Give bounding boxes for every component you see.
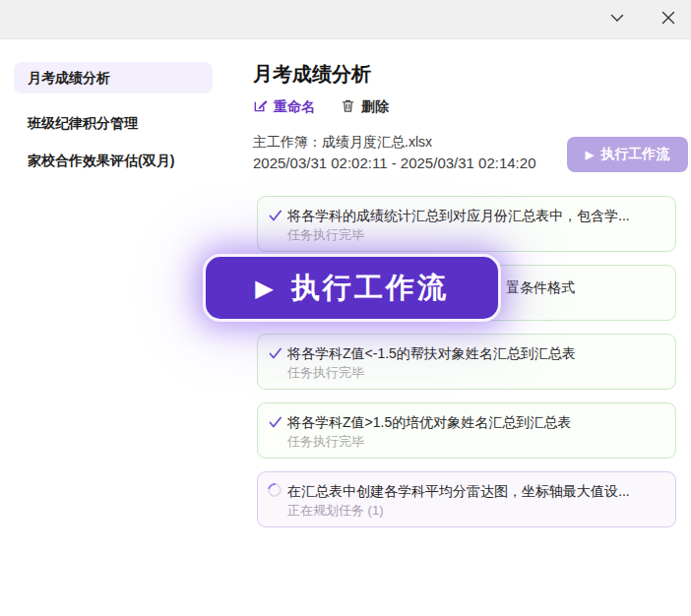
- workflow-panel: 月考成绩分析 班级纪律积分管理 家校合作效果评估(双月) 月考成绩分析 重命名 …: [0, 0, 691, 616]
- sidebar: 月考成绩分析 班级纪律积分管理 家校合作效果评估(双月): [0, 39, 236, 616]
- task-card[interactable]: 将各学科Z值<-1.5的帮扶对象姓名汇总到汇总表 任务执行完毕: [257, 334, 676, 390]
- trash-icon: [341, 98, 355, 116]
- sidebar-item-home-school-evaluation[interactable]: 家校合作效果评估(双月): [28, 145, 174, 176]
- task-status: 任务执行完毕: [268, 225, 663, 245]
- run-workflow-overlay-button[interactable]: ▶ 执行工作流: [203, 254, 501, 322]
- sidebar-item-class-discipline-points[interactable]: 班级纪律积分管理: [28, 107, 138, 139]
- task-status: 任务执行完毕: [268, 363, 663, 383]
- header-actions: 重命名 删除: [253, 98, 389, 116]
- check-icon: [268, 345, 283, 361]
- run-workflow-button[interactable]: ▶ 执行工作流: [567, 137, 688, 172]
- task-title: 将各学科Z值<-1.5的帮扶对象姓名汇总到汇总表: [287, 343, 663, 363]
- workbook-label: 主工作簿：成绩月度汇总.xlsx: [253, 134, 432, 152]
- check-icon: [268, 414, 283, 430]
- spinner-icon: [268, 483, 283, 499]
- rename-button[interactable]: 重命名: [253, 98, 315, 116]
- main-panel: 月考成绩分析 重命名 删除 主工作簿：成绩月度汇总.xlsx 2025/03/3…: [252, 39, 691, 616]
- task-card[interactable]: 将各学科Z值>1.5的培优对象姓名汇总到汇总表 任务执行完毕: [257, 402, 676, 459]
- play-icon: ▶: [586, 150, 594, 160]
- chevron-down-icon: [607, 8, 627, 31]
- task-title: 将各学科Z值>1.5的培优对象姓名汇总到汇总表: [287, 412, 663, 432]
- sidebar-item-monthly-exam-analysis[interactable]: 月考成绩分析: [14, 62, 213, 93]
- task-card[interactable]: 将各学科的成绩统计汇总到对应月份汇总表中，包含学... 任务执行完毕: [257, 196, 676, 252]
- check-icon: [268, 208, 283, 223]
- run-workflow-overlay-label: 执行工作流: [291, 269, 449, 308]
- task-status: 任务执行完毕: [268, 432, 663, 452]
- rename-label: 重命名: [274, 98, 315, 116]
- close-button[interactable]: [654, 5, 683, 34]
- run-workflow-label: 执行工作流: [600, 146, 669, 163]
- play-icon: ▶: [255, 277, 273, 300]
- task-title: 将各学科的成绩统计汇总到对应月份汇总表中，包含学...: [287, 206, 663, 225]
- page-title: 月考成绩分析: [253, 61, 371, 88]
- time-range: 2025/03/31 02:02:11 - 2025/03/31 02:14:2…: [253, 154, 535, 171]
- task-title: 置条件格式: [506, 277, 663, 297]
- delete-button[interactable]: 删除: [341, 98, 389, 116]
- titlebar: [0, 0, 691, 39]
- task-status: 正在规划任务 (1): [268, 501, 663, 521]
- task-title: 在汇总表中创建各学科平均分雷达图，坐标轴最大值设...: [287, 481, 663, 501]
- collapse-button[interactable]: [602, 5, 632, 34]
- delete-label: 删除: [361, 98, 389, 116]
- edit-pencil-icon: [253, 98, 268, 116]
- task-card[interactable]: 在汇总表中创建各学科平均分雷达图，坐标轴最大值设... 正在规划任务 (1): [257, 471, 676, 527]
- task-list: 将各学科的成绩统计汇总到对应月份汇总表中，包含学... 任务执行完毕 置条件格式…: [257, 196, 676, 527]
- close-icon: [660, 9, 677, 30]
